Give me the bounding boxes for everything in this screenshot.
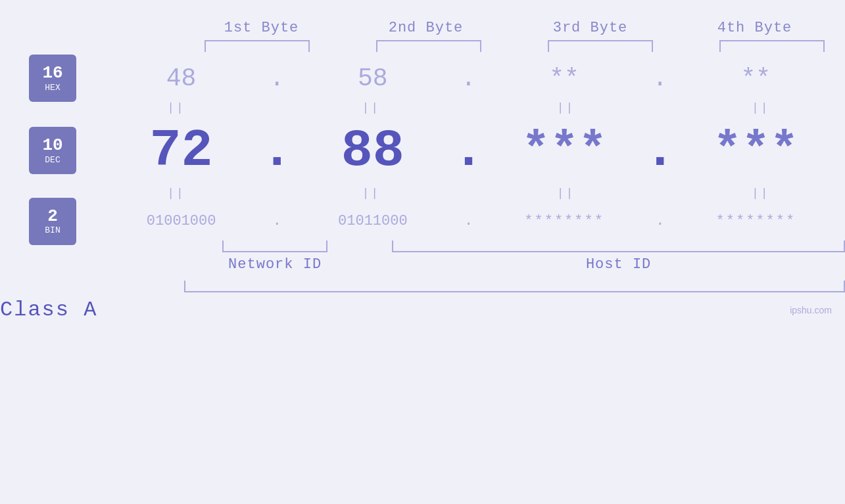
bin-dot-3: . bbox=[647, 213, 673, 229]
dec-value-3: *** bbox=[482, 124, 647, 177]
hex-dot-3: . bbox=[647, 64, 673, 93]
dec-value-2: 88 bbox=[290, 121, 455, 181]
dec-dot-1: . bbox=[264, 121, 290, 181]
hex-dot-1: . bbox=[264, 64, 290, 93]
byte-label-4: 4th Byte bbox=[686, 20, 824, 36]
bin-badge: 2 BIN bbox=[29, 198, 76, 245]
bin-value-2: 01011000 bbox=[290, 213, 455, 229]
byte-label-2: 2nd Byte bbox=[357, 20, 495, 36]
bin-dot-1: . bbox=[264, 213, 290, 229]
dec-value-1: 72 bbox=[99, 121, 264, 181]
bin-value-4: ******** bbox=[673, 213, 838, 229]
hex-value-3: ** bbox=[482, 64, 647, 93]
bin-row: 2 BIN 01001000 . 01011000 . ******** . *… bbox=[0, 203, 845, 239]
hex-value-2: 58 bbox=[290, 64, 455, 93]
network-id-label: Network ID bbox=[228, 256, 322, 273]
equals-dec-bin-2: || bbox=[287, 187, 455, 200]
dec-dot-3: . bbox=[647, 121, 673, 181]
equals-dec-bin-1: || bbox=[92, 187, 260, 200]
hex-badge: 16 HEX bbox=[29, 55, 76, 102]
dec-badge: 10 DEC bbox=[29, 127, 76, 174]
equals-dec-bin-3: || bbox=[482, 187, 650, 200]
bin-value-1: 01001000 bbox=[99, 213, 264, 229]
dec-row: 10 DEC 72 . 88 . *** . *** bbox=[0, 118, 845, 183]
hex-value-4: ** bbox=[673, 64, 838, 93]
equals-hex-dec-2: || bbox=[287, 101, 455, 114]
class-label-row: Class A ipshu.com bbox=[0, 298, 845, 322]
equals-hex-dec-4: || bbox=[677, 101, 845, 114]
byte-label-1: 1st Byte bbox=[193, 20, 331, 36]
byte-label-3: 3rd Byte bbox=[521, 20, 660, 36]
class-a-label: Class A bbox=[0, 298, 97, 322]
bin-value-3: ******** bbox=[482, 213, 647, 229]
equals-hex-dec-3: || bbox=[482, 101, 650, 114]
hex-dot-2: . bbox=[456, 64, 482, 93]
hex-value-1: 48 bbox=[99, 64, 264, 93]
host-id-label: Host ID bbox=[586, 256, 651, 273]
equals-dec-bin-4: || bbox=[677, 187, 845, 200]
watermark: ipshu.com bbox=[790, 305, 845, 315]
main-container: 1st Byte 2nd Byte 3rd Byte 4th Byte 16 H… bbox=[0, 0, 845, 504]
bin-dot-2: . bbox=[456, 213, 482, 229]
hex-row: 16 HEX 48 . 58 . ** . ** bbox=[0, 58, 845, 98]
dec-value-4: *** bbox=[673, 124, 838, 177]
dec-dot-2: . bbox=[456, 121, 482, 181]
equals-hex-dec-1: || bbox=[92, 101, 260, 114]
